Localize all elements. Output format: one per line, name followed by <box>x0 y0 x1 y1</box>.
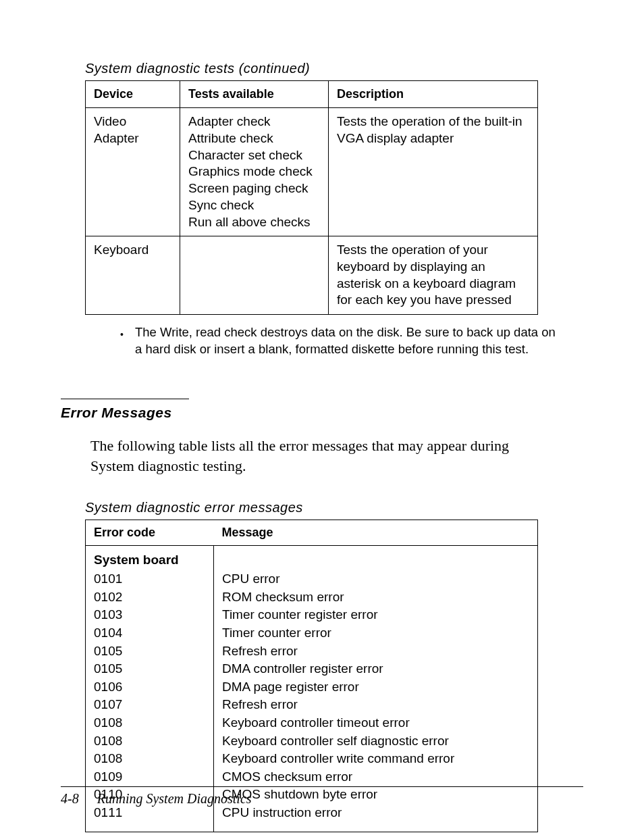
cell-desc: Tests the operation of your keyboard by … <box>329 236 538 315</box>
page: System diagnostic tests (continued) Devi… <box>0 0 644 835</box>
cell-device: Video Adapter <box>86 108 180 236</box>
table-row: Video Adapter Adapter check Attribute ch… <box>86 108 538 236</box>
section-empty <box>214 546 538 570</box>
col-error-code: Error code <box>86 520 214 546</box>
footer-title: Running System Diagnostics <box>97 791 252 806</box>
errors-table: Error code Message System board 0101 010… <box>85 520 538 832</box>
col-description: Description <box>329 81 538 108</box>
table-section-row: System board <box>86 546 538 570</box>
tests-table-caption: System diagnostic tests (continued) <box>85 61 583 76</box>
section-label: System board <box>86 546 214 570</box>
table-row: Keyboard Tests the operation of your key… <box>86 236 538 315</box>
cell-tests <box>180 236 329 315</box>
table-header-row: Error code Message <box>86 520 538 546</box>
errors-table-caption: System diagnostic error messages <box>85 500 583 515</box>
col-device: Device <box>86 81 180 108</box>
cell-device: Keyboard <box>86 236 180 315</box>
section-heading: Error Messages <box>61 399 189 421</box>
tests-table: Device Tests available Description Video… <box>85 80 538 315</box>
cell-desc: Tests the operation of the built-in VGA … <box>329 108 538 236</box>
table-header-row: Device Tests available Description <box>86 81 538 108</box>
page-number: 4-8 <box>61 791 79 806</box>
cell-tests: Adapter check Attribute check Character … <box>180 108 329 236</box>
section-body: The following table lists all the error … <box>90 436 556 476</box>
note-text: The Write, read check destroys data on t… <box>135 324 556 358</box>
col-tests-available: Tests available <box>180 81 329 108</box>
page-footer: 4-8 Running System Diagnostics <box>61 786 583 807</box>
col-message: Message <box>214 520 538 546</box>
